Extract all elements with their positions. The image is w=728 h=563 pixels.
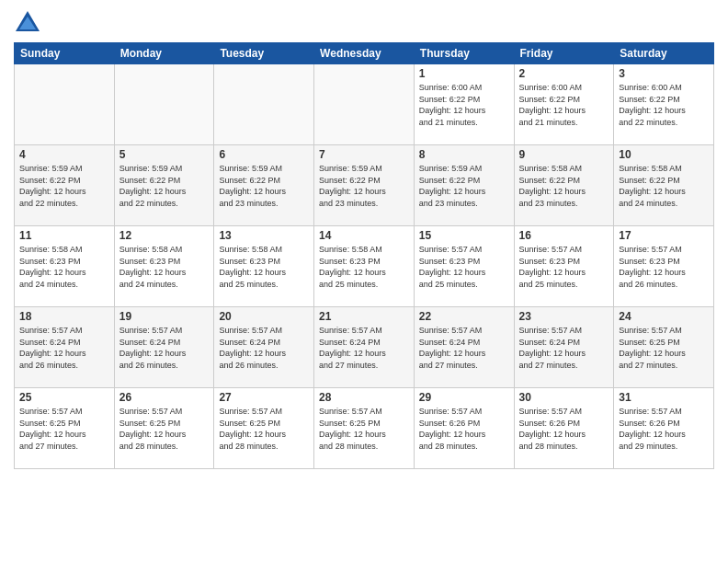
calendar-cell: 9Sunrise: 5:58 AM Sunset: 6:22 PM Daylig… [514, 145, 614, 226]
calendar-week-row: 11Sunrise: 5:58 AM Sunset: 6:23 PM Dayli… [15, 226, 714, 307]
day-number: 31 [619, 391, 709, 404]
day-info: Sunrise: 5:59 AM Sunset: 6:22 PM Dayligh… [419, 163, 509, 209]
calendar-week-row: 25Sunrise: 5:57 AM Sunset: 6:25 PM Dayli… [15, 388, 714, 469]
day-number: 23 [519, 310, 609, 323]
day-info: Sunrise: 5:57 AM Sunset: 6:26 PM Dayligh… [419, 406, 509, 452]
calendar-cell [214, 64, 314, 145]
day-number: 15 [419, 229, 509, 242]
day-number: 17 [619, 229, 709, 242]
day-info: Sunrise: 5:57 AM Sunset: 6:23 PM Dayligh… [419, 244, 509, 290]
day-number: 26 [119, 391, 210, 404]
day-number: 28 [319, 391, 409, 404]
calendar-cell: 27Sunrise: 5:57 AM Sunset: 6:25 PM Dayli… [214, 388, 314, 469]
day-info: Sunrise: 6:00 AM Sunset: 6:22 PM Dayligh… [419, 82, 509, 128]
weekday-header: Monday [114, 43, 214, 64]
day-number: 3 [619, 67, 709, 80]
day-info: Sunrise: 5:57 AM Sunset: 6:24 PM Dayligh… [119, 325, 210, 371]
calendar-cell: 23Sunrise: 5:57 AM Sunset: 6:24 PM Dayli… [514, 307, 614, 388]
day-info: Sunrise: 5:57 AM Sunset: 6:24 PM Dayligh… [519, 325, 609, 371]
calendar-cell: 3Sunrise: 6:00 AM Sunset: 6:22 PM Daylig… [614, 64, 714, 145]
day-info: Sunrise: 6:00 AM Sunset: 6:22 PM Dayligh… [519, 82, 609, 128]
day-number: 1 [419, 67, 509, 80]
day-info: Sunrise: 5:58 AM Sunset: 6:22 PM Dayligh… [519, 163, 609, 209]
day-number: 5 [119, 148, 210, 161]
page: SundayMondayTuesdayWednesdayThursdayFrid… [0, 0, 728, 563]
weekday-header: Wednesday [314, 43, 415, 64]
day-number: 14 [319, 229, 409, 242]
calendar-cell: 13Sunrise: 5:58 AM Sunset: 6:23 PM Dayli… [214, 226, 314, 307]
day-number: 9 [519, 148, 609, 161]
day-info: Sunrise: 5:58 AM Sunset: 6:23 PM Dayligh… [219, 244, 309, 290]
calendar-week-row: 1Sunrise: 6:00 AM Sunset: 6:22 PM Daylig… [15, 64, 714, 145]
day-number: 2 [519, 67, 609, 80]
calendar-cell: 6Sunrise: 5:59 AM Sunset: 6:22 PM Daylig… [214, 145, 314, 226]
calendar-cell: 2Sunrise: 6:00 AM Sunset: 6:22 PM Daylig… [514, 64, 614, 145]
calendar-cell: 7Sunrise: 5:59 AM Sunset: 6:22 PM Daylig… [314, 145, 415, 226]
calendar-cell: 25Sunrise: 5:57 AM Sunset: 6:25 PM Dayli… [15, 388, 115, 469]
calendar-cell: 19Sunrise: 5:57 AM Sunset: 6:24 PM Dayli… [114, 307, 214, 388]
day-info: Sunrise: 5:59 AM Sunset: 6:22 PM Dayligh… [319, 163, 409, 209]
day-number: 13 [219, 229, 309, 242]
day-info: Sunrise: 5:58 AM Sunset: 6:22 PM Dayligh… [619, 163, 709, 209]
day-info: Sunrise: 5:57 AM Sunset: 6:26 PM Dayligh… [619, 406, 709, 452]
day-number: 25 [19, 391, 109, 404]
day-info: Sunrise: 5:57 AM Sunset: 6:24 PM Dayligh… [19, 325, 109, 371]
calendar-cell: 22Sunrise: 5:57 AM Sunset: 6:24 PM Dayli… [414, 307, 514, 388]
calendar-cell: 24Sunrise: 5:57 AM Sunset: 6:25 PM Dayli… [614, 307, 714, 388]
day-number: 24 [619, 310, 709, 323]
calendar-cell: 14Sunrise: 5:58 AM Sunset: 6:23 PM Dayli… [314, 226, 415, 307]
calendar-week-row: 18Sunrise: 5:57 AM Sunset: 6:24 PM Dayli… [15, 307, 714, 388]
day-info: Sunrise: 5:59 AM Sunset: 6:22 PM Dayligh… [19, 163, 109, 209]
day-info: Sunrise: 5:59 AM Sunset: 6:22 PM Dayligh… [219, 163, 309, 209]
day-number: 22 [419, 310, 509, 323]
day-info: Sunrise: 5:57 AM Sunset: 6:23 PM Dayligh… [519, 244, 609, 290]
day-info: Sunrise: 5:57 AM Sunset: 6:25 PM Dayligh… [119, 406, 210, 452]
header [14, 9, 714, 37]
calendar-cell [15, 64, 115, 145]
day-number: 8 [419, 148, 509, 161]
calendar-cell: 17Sunrise: 5:57 AM Sunset: 6:23 PM Dayli… [614, 226, 714, 307]
day-info: Sunrise: 5:57 AM Sunset: 6:25 PM Dayligh… [219, 406, 309, 452]
day-info: Sunrise: 5:58 AM Sunset: 6:23 PM Dayligh… [119, 244, 210, 290]
calendar-cell: 1Sunrise: 6:00 AM Sunset: 6:22 PM Daylig… [414, 64, 514, 145]
calendar-cell: 8Sunrise: 5:59 AM Sunset: 6:22 PM Daylig… [414, 145, 514, 226]
calendar-cell: 5Sunrise: 5:59 AM Sunset: 6:22 PM Daylig… [114, 145, 214, 226]
calendar-cell [114, 64, 214, 145]
calendar-cell: 15Sunrise: 5:57 AM Sunset: 6:23 PM Dayli… [414, 226, 514, 307]
day-number: 7 [319, 148, 409, 161]
weekday-header: Saturday [614, 43, 714, 64]
calendar-week-row: 4Sunrise: 5:59 AM Sunset: 6:22 PM Daylig… [15, 145, 714, 226]
day-number: 10 [619, 148, 709, 161]
day-number: 19 [119, 310, 210, 323]
weekday-header: Sunday [15, 43, 115, 64]
day-number: 18 [19, 310, 109, 323]
day-info: Sunrise: 5:58 AM Sunset: 6:23 PM Dayligh… [19, 244, 109, 290]
calendar-cell: 26Sunrise: 5:57 AM Sunset: 6:25 PM Dayli… [114, 388, 214, 469]
calendar-cell: 16Sunrise: 5:57 AM Sunset: 6:23 PM Dayli… [514, 226, 614, 307]
day-info: Sunrise: 6:00 AM Sunset: 6:22 PM Dayligh… [619, 82, 709, 128]
day-number: 11 [19, 229, 109, 242]
day-info: Sunrise: 5:57 AM Sunset: 6:24 PM Dayligh… [219, 325, 309, 371]
calendar: SundayMondayTuesdayWednesdayThursdayFrid… [14, 42, 714, 469]
day-number: 12 [119, 229, 210, 242]
day-info: Sunrise: 5:57 AM Sunset: 6:24 PM Dayligh… [319, 325, 409, 371]
day-number: 4 [19, 148, 109, 161]
calendar-cell: 12Sunrise: 5:58 AM Sunset: 6:23 PM Dayli… [114, 226, 214, 307]
calendar-cell [314, 64, 415, 145]
logo [14, 9, 45, 37]
calendar-cell: 4Sunrise: 5:59 AM Sunset: 6:22 PM Daylig… [15, 145, 115, 226]
calendar-body: 1Sunrise: 6:00 AM Sunset: 6:22 PM Daylig… [15, 64, 714, 469]
day-info: Sunrise: 5:57 AM Sunset: 6:25 PM Dayligh… [319, 406, 409, 452]
calendar-header: SundayMondayTuesdayWednesdayThursdayFrid… [15, 43, 714, 64]
calendar-cell: 28Sunrise: 5:57 AM Sunset: 6:25 PM Dayli… [314, 388, 415, 469]
weekday-header: Friday [514, 43, 614, 64]
day-number: 6 [219, 148, 309, 161]
day-info: Sunrise: 5:57 AM Sunset: 6:25 PM Dayligh… [619, 325, 709, 371]
day-info: Sunrise: 5:57 AM Sunset: 6:23 PM Dayligh… [619, 244, 709, 290]
calendar-cell: 29Sunrise: 5:57 AM Sunset: 6:26 PM Dayli… [414, 388, 514, 469]
calendar-cell: 10Sunrise: 5:58 AM Sunset: 6:22 PM Dayli… [614, 145, 714, 226]
day-info: Sunrise: 5:57 AM Sunset: 6:26 PM Dayligh… [519, 406, 609, 452]
calendar-cell: 30Sunrise: 5:57 AM Sunset: 6:26 PM Dayli… [514, 388, 614, 469]
weekday-header: Tuesday [214, 43, 314, 64]
day-info: Sunrise: 5:58 AM Sunset: 6:23 PM Dayligh… [319, 244, 409, 290]
